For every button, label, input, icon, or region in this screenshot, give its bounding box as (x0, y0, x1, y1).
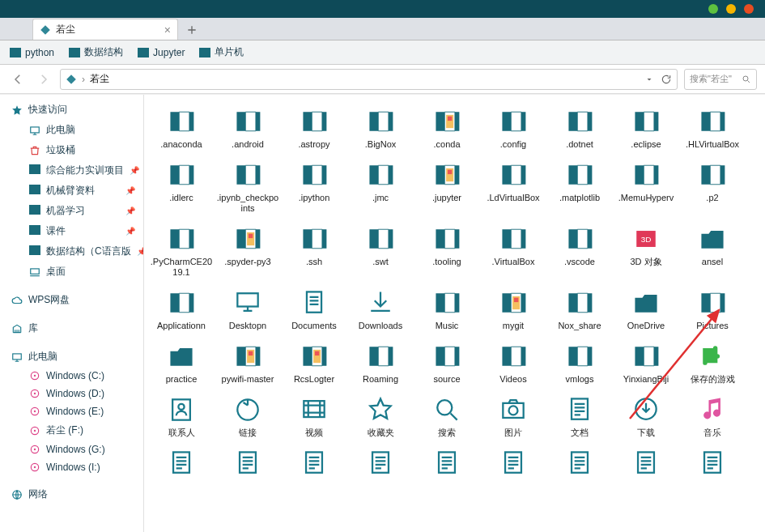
file-item[interactable]: 文档 (547, 394, 612, 438)
sidebar-item[interactable]: 若尘 (F:) (0, 420, 143, 440)
file-item[interactable]: 下载 (614, 394, 678, 438)
file-item[interactable]: .config (481, 106, 546, 150)
sidebar-item[interactable]: 机器学习📌 (0, 201, 143, 221)
file-item[interactable]: Roaming (348, 341, 413, 385)
sidebar-item[interactable]: 垃圾桶 (0, 140, 143, 160)
file-item[interactable]: .astropy (282, 106, 346, 150)
file-item[interactable]: 收藏夹 (348, 394, 413, 438)
sidebar-item[interactable]: 综合能力实训项目📌 (0, 160, 143, 181)
file-item[interactable]: practice (149, 341, 214, 385)
sidebar-item[interactable]: Windows (I:) (0, 458, 143, 476)
file-item[interactable]: Documents (282, 287, 346, 331)
file-item[interactable]: ansel (680, 223, 745, 278)
file-item[interactable]: .PyCharmCE2019.1 (149, 223, 214, 278)
file-item[interactable]: 搜索 (414, 394, 479, 438)
file-item[interactable]: Downloads (348, 287, 413, 331)
file-item[interactable]: 视频 (282, 394, 346, 438)
file-item[interactable]: Applicationn (149, 287, 214, 331)
file-item[interactable]: .p2 (680, 160, 745, 214)
file-item[interactable]: .ssh (282, 223, 346, 278)
tab-close-icon[interactable]: × (164, 23, 171, 36)
sidebar-item[interactable]: Windows (C:) (0, 367, 143, 385)
bookmark-item[interactable]: 数据结构 (69, 45, 123, 59)
file-item[interactable]: 链接 (215, 394, 280, 438)
file-item[interactable] (614, 448, 678, 481)
file-item[interactable] (149, 448, 214, 481)
file-item[interactable]: .android (215, 106, 280, 150)
file-item[interactable]: vmlogs (547, 341, 612, 385)
file-item[interactable] (348, 448, 413, 481)
sidebar-item[interactable]: 机械臂资料📌 (0, 181, 143, 201)
file-item[interactable]: .ipython (282, 160, 346, 214)
file-item[interactable]: .HLVirtualBox (680, 106, 745, 150)
file-item[interactable]: .ipynb_checkpoints (215, 160, 280, 214)
file-item[interactable]: 3D3D 对象 (614, 223, 678, 278)
search-bar[interactable]: 搜索"若尘" (684, 69, 757, 90)
file-item[interactable]: Nox_share (547, 287, 612, 331)
sidebar-section-header[interactable]: 快速访问 (0, 100, 143, 120)
file-item[interactable]: mygit (481, 287, 546, 331)
bookmark-item[interactable]: 单片机 (199, 45, 244, 59)
refresh-icon[interactable] (661, 74, 672, 85)
file-item[interactable]: 保存的游戏 (680, 341, 745, 385)
sidebar-section-header[interactable]: 库 (0, 318, 143, 338)
file-item[interactable]: 联系人 (149, 394, 214, 438)
file-item[interactable]: .anaconda (149, 106, 214, 150)
file-item[interactable]: .dotnet (547, 106, 612, 150)
content-pane[interactable]: .anaconda.android.astropy.BigNox.conda.c… (144, 95, 765, 532)
file-item[interactable]: Music (414, 287, 479, 331)
file-item[interactable]: Desktopn (215, 287, 280, 331)
dropdown-icon[interactable] (644, 74, 654, 84)
file-item[interactable]: .spyder-py3 (215, 223, 280, 278)
file-item[interactable]: .jmc (348, 160, 413, 214)
file-item[interactable]: .jupyter (414, 160, 479, 214)
file-item[interactable] (547, 448, 612, 481)
sidebar-item[interactable]: Windows (G:) (0, 440, 143, 458)
sidebar-item[interactable]: 课件📌 (0, 221, 143, 241)
file-item[interactable]: .vscode (547, 223, 612, 278)
file-item[interactable]: .BigNox (348, 106, 413, 150)
sidebar-section-header[interactable]: WPS网盘 (0, 290, 143, 310)
file-item[interactable]: .swt (348, 223, 413, 278)
sidebar-item[interactable]: Windows (E:) (0, 402, 143, 420)
back-button[interactable] (8, 70, 28, 89)
file-item[interactable]: .LdVirtualBox (481, 160, 546, 214)
file-item[interactable] (414, 448, 479, 481)
file-item[interactable]: .eclipse (614, 106, 678, 150)
bookmark-item[interactable]: Jupyter (138, 47, 185, 58)
window-close-dot[interactable] (744, 4, 754, 14)
file-item[interactable]: 音乐 (680, 394, 745, 438)
file-item[interactable]: YinxiangBiji (614, 341, 678, 385)
sidebar-item[interactable]: 此电脑 (0, 120, 143, 140)
sidebar-item[interactable]: 数据结构（C语言版📌 (0, 241, 143, 262)
file-item[interactable]: RcsLogter (282, 341, 346, 385)
sidebar-section-header[interactable]: 网络 (0, 484, 143, 504)
sidebar-item[interactable]: 桌面 (0, 262, 143, 282)
window-minimize-dot[interactable] (708, 4, 718, 14)
file-item[interactable]: .VirtualBox (481, 223, 546, 278)
window-maximize-dot[interactable] (726, 4, 736, 14)
sidebar-item[interactable]: Windows (D:) (0, 385, 143, 402)
sidebar-section-header[interactable]: 此电脑 (0, 347, 143, 367)
bookmark-item[interactable]: python (10, 47, 54, 58)
file-item[interactable]: Videos (481, 341, 546, 385)
file-item[interactable]: .tooling (414, 223, 479, 278)
file-item[interactable]: .idlerc (149, 160, 214, 214)
file-item[interactable]: Pictures (680, 287, 745, 331)
file-item[interactable]: 图片 (481, 394, 546, 438)
forward-button[interactable] (34, 70, 53, 89)
file-item[interactable]: OneDrive (614, 287, 678, 331)
file-item[interactable]: .MemuHyperv (614, 160, 678, 214)
address-input[interactable] (90, 74, 640, 85)
new-tab-button[interactable] (181, 20, 202, 40)
file-item[interactable] (680, 448, 745, 481)
file-item[interactable]: .matplotlib (547, 160, 612, 214)
file-item[interactable]: pywifi-master (215, 341, 280, 385)
address-bar[interactable]: › (60, 69, 678, 90)
file-item[interactable] (282, 448, 346, 481)
file-item[interactable]: source (414, 341, 479, 385)
tab-active[interactable]: 若尘 × (32, 19, 178, 40)
file-item[interactable] (215, 448, 280, 481)
file-item[interactable]: .conda (414, 106, 479, 150)
file-item[interactable] (481, 448, 546, 481)
